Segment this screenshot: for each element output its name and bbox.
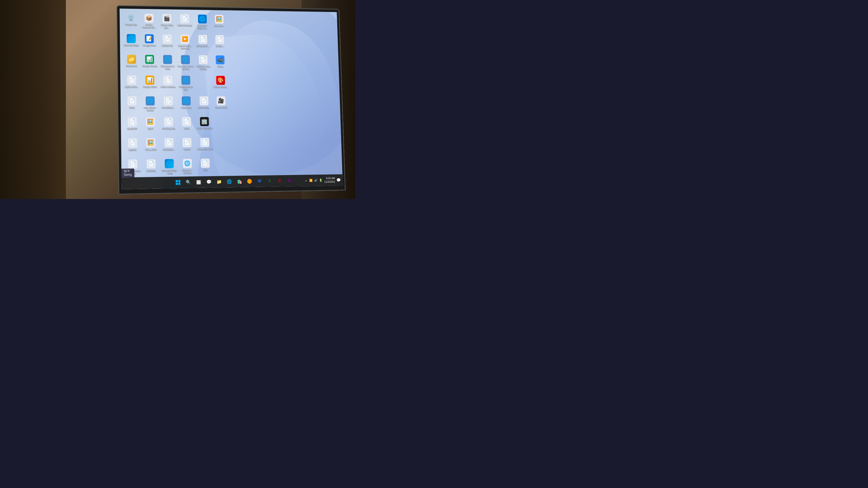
desktop-icon-sharewvm[interactable]: 📁SharewVM: [123, 54, 141, 74]
icon-label-marvelback: marvelback...: [161, 106, 175, 109]
icon-image-surfacepro: 📄: [199, 96, 208, 105]
icon-image-myhannamap: 📄: [180, 14, 189, 23]
desktop-icon-person1-chrome[interactable]: 🌐Person 1 - Chrome: [178, 158, 196, 178]
icon-label-meetingno: meetingno...: [163, 148, 175, 151]
desktop-icon-goflex[interactable]: 📦GoFlex HomeUPNP...: [140, 12, 158, 33]
desktop-icon-meetingno[interactable]: 📄meetingno...: [160, 137, 178, 158]
icon-image-vsp: 📄: [200, 159, 210, 168]
desktop-icon-imci-6300[interactable]: 🖼️IMCI_6300: [142, 137, 160, 158]
desktop-icon-video-edit-notes[interactable]: 📄video edit notes: [196, 137, 214, 157]
word-button[interactable]: W: [255, 176, 264, 186]
desktop-icon-google-slides[interactable]: 📊Google Slides: [141, 74, 159, 95]
desktop-icon-privacywall[interactable]: 📄privacywall...: [194, 34, 212, 54]
icon-label-microsoft-edge: Microsoft Edge: [124, 44, 138, 47]
desktop-icon-halo-insider[interactable]: 🌐Halo Infinite - Insider: [141, 95, 159, 116]
icon-image-recycle-bin: 🗑️: [126, 13, 135, 23]
icon-image-google-docs: 📝: [145, 34, 154, 43]
desktop-icon-microsoft-edge[interactable]: 🌐Microsoft Edge: [122, 33, 140, 53]
tray-network[interactable]: 📶: [308, 178, 313, 183]
desktop-icon-twin-towers[interactable]: 🏢TWIN TOWERS: [195, 116, 213, 136]
excel-button[interactable]: X: [265, 176, 274, 186]
time-display: 8:35 AM: [324, 176, 335, 180]
icon-image-kathryn-list: 📄: [162, 34, 172, 43]
desktop-icon-captlein[interactable]: 📄captlein: [123, 137, 142, 158]
tray-battery[interactable]: 🔋: [318, 178, 323, 183]
desktop-icon-myhannamap[interactable]: 📄Myhannamap3: [176, 13, 193, 33]
desktop-icon-surfacepro[interactable]: 📄surfacepro...: [195, 95, 213, 116]
desktop-icon-new-how-to[interactable]: 🌐New How Tos In All Able: [177, 54, 194, 74]
icon-label-google-slides: Google Slides: [143, 86, 157, 88]
desktop-icon-marvelback[interactable]: 📄marvelback...: [159, 95, 177, 116]
icon-label-meeting-prep: Meeting prep: [162, 127, 175, 130]
icon-label-google-docs: Google Docs: [143, 44, 156, 47]
icon-image-personal-edge-fav: 🌐: [198, 14, 207, 24]
excel-icon: X: [268, 179, 271, 183]
notification-button[interactable]: 💬: [336, 177, 341, 183]
desktop-icon-vsp[interactable]: 📄VSP: [196, 157, 214, 178]
laptop-wrapper: 🗑️Recycle Bin📦GoFlex HomeUPNP...🎬iTunes …: [58, 2, 292, 195]
desktop-icon-recycle-bin[interactable]: 🗑️Recycle Bin: [122, 12, 140, 32]
tray-chevron[interactable]: ∧: [304, 178, 308, 183]
icon-image-marvelback: 📄: [163, 96, 173, 105]
desktop-icon-apple-unbar[interactable]: 📄Apple unbar...: [123, 74, 141, 95]
desktop-icon-lhpz2[interactable]: 🖼️lhpz2: [142, 116, 160, 137]
desktop-icon-itunes-video[interactable]: 🎬iTunes video pro...: [158, 13, 176, 33]
desktop-icon-myname-interview[interactable]: ▶️Myname-bla... Interview: [176, 33, 194, 54]
icon-label-birds: Birds: [129, 106, 134, 109]
teams-taskbar-button[interactable]: 💬: [204, 177, 214, 187]
desktop-icon-zoom[interactable]: 📹Zoom: [212, 54, 228, 74]
icon-label-sharewvm: SharewVM: [126, 65, 137, 67]
desktop-icon-kathryn-list[interactable]: 📄Kathryn list: [158, 33, 176, 54]
icon-image-meeting-prep: 📄: [164, 117, 173, 126]
desktop-icon-meeting-prep[interactable]: 📄Meeting prep: [160, 116, 177, 136]
keyboard-area: [0, 0, 66, 199]
desktop-icon-finalist[interactable]: 📄finalist...: [212, 34, 228, 54]
tray-volume[interactable]: 🔊: [313, 178, 318, 183]
desktop-icon-notepad-gear[interactable]: 🌐Notepad Gear spin: [177, 74, 195, 95]
desktop-icon-notes-view[interactable]: 🌐notes view: [177, 95, 195, 116]
icon-label-video-edit-notes: video edit notes: [197, 148, 213, 151]
search-taskbar-button[interactable]: 🔍: [184, 177, 193, 187]
tray-icons: ∧ 📶 🔊 🔋: [304, 178, 323, 183]
desktop-icon-google-sheets[interactable]: 📊Google Sheets: [141, 54, 158, 74]
icon-label-notes: notes: [184, 127, 189, 130]
icon-label-zoom: Zoom: [217, 65, 223, 68]
condition: Sunny: [124, 173, 132, 176]
desktop-icon-linda-phone[interactable]: 🌐linda phone in order: [159, 54, 177, 74]
desktop-icon-www-link[interactable]: 🖼️www.e.m...: [211, 14, 227, 34]
word-icon: W: [258, 179, 261, 184]
temperature: 56°F: [124, 169, 132, 173]
desktop-icon-iobackup[interactable]: 📄iobackup: [142, 158, 160, 179]
start-button[interactable]: [173, 177, 183, 187]
scratch-button[interactable]: S: [275, 176, 284, 186]
desktop-icons: 🗑️Recycle Bin📦GoFlex HomeUPNP...🎬iTunes …: [121, 11, 232, 189]
icon-image-bswitfarp: 📄: [128, 117, 137, 127]
desktop-icon-google-docs[interactable]: 📝Google Docs: [140, 33, 158, 53]
desktop-icon-adobe-creative[interactable]: 🎨Adobe Creati...: [213, 75, 229, 95]
icon-label-screentogif: ScreenToGif: [215, 106, 227, 109]
desktop-icon-bswitfarp[interactable]: 📄BswifARP: [123, 116, 141, 137]
icon-label-myname-interview: Myname-bla... Interview: [177, 44, 193, 50]
onenote-button[interactable]: N: [285, 176, 294, 186]
icon-image-goflex: 📦: [145, 14, 154, 23]
icon-image-birds: 📄: [127, 96, 136, 106]
desktop-icon-notes2[interactable]: 📄notes2: [178, 137, 196, 157]
icon-image-linda-phone: 🌐: [163, 55, 172, 64]
icon-image-current-column: 📄: [128, 160, 137, 169]
desktop-icon-birds[interactable]: 📄Birds: [123, 95, 141, 116]
edge-taskbar-button[interactable]: 🌐: [224, 177, 234, 187]
icon-image-iobackup: 📄: [147, 159, 155, 168]
taskbar-clock[interactable]: 8:35 AM 11/3/2022: [324, 176, 335, 184]
icon-label-ms-edge-copy: Microsoft Edge - Copy: [161, 169, 177, 175]
office-button[interactable]: 🟠: [245, 176, 254, 186]
file-explorer-button[interactable]: 📁: [214, 177, 224, 187]
desktop-icon-ms-edge-copy[interactable]: 🌐Microsoft Edge - Copy: [160, 158, 178, 178]
desktop-icon-notes[interactable]: 📄notes: [178, 116, 195, 136]
laptop-screen: 🗑️Recycle Bin📦GoFlex HomeUPNP...🎬iTunes …: [120, 8, 343, 189]
desktop-icon-unfair-numbers[interactable]: 📄unfair numbers: [159, 74, 177, 95]
desktop-icon-rollover-fidelity[interactable]: 📄Rollover Irons Fidelity: [194, 54, 212, 74]
desktop-icon-personal-edge-fav[interactable]: 🌐Personal - Edge-fav...: [193, 13, 211, 33]
store-button[interactable]: 🛍️: [235, 176, 244, 186]
task-view-button[interactable]: ⬜: [194, 177, 204, 187]
desktop-icon-screentogif[interactable]: 🎥ScreenToGif: [213, 95, 229, 116]
